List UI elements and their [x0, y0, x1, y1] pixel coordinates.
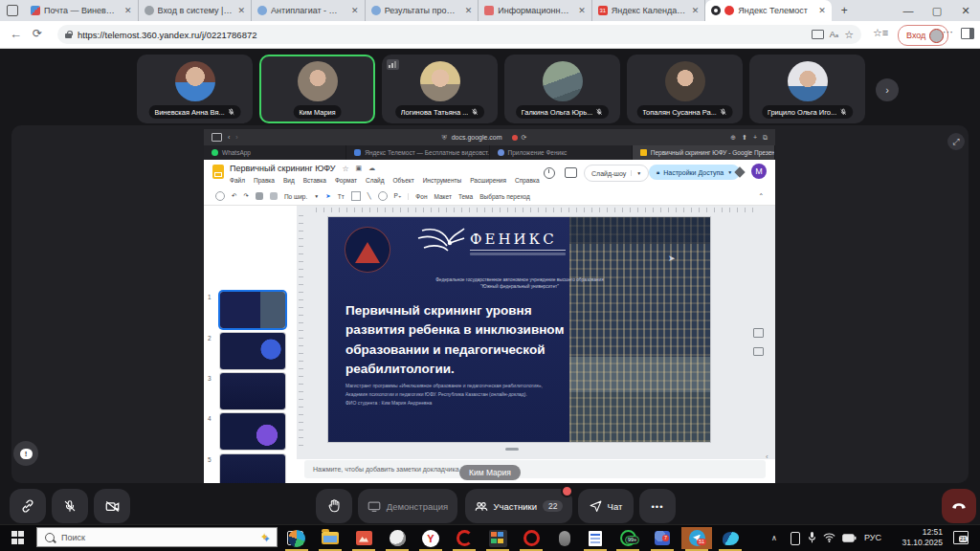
- menu-slide[interactable]: Слайд: [366, 177, 385, 184]
- back-icon[interactable]: ←: [10, 27, 22, 41]
- refresh-icon[interactable]: ⟳: [33, 27, 42, 40]
- share-access-button[interactable]: 🔒︎ Настройки Доступа ▼: [649, 165, 740, 180]
- fullscreen-expand-icon[interactable]: ⤢: [947, 133, 965, 150]
- signin-button[interactable]: Вход: [898, 25, 948, 46]
- redo-icon[interactable]: ↷: [243, 192, 248, 200]
- zoom-dropdown-icon[interactable]: ▼: [314, 193, 319, 199]
- star-doc-icon[interactable]: ☆: [342, 165, 348, 173]
- menu-help[interactable]: Справка: [515, 177, 540, 184]
- cloud-status-icon[interactable]: ☁: [368, 165, 375, 172]
- taskbar-app-explorer[interactable]: [315, 527, 345, 549]
- new-tab-button[interactable]: +: [832, 4, 858, 17]
- menu-object[interactable]: Объект: [393, 177, 414, 184]
- tab-close-icon[interactable]: ✕: [122, 6, 134, 15]
- taskbar-app-telegram-active[interactable]: 51: [681, 527, 712, 549]
- window-maximize-button[interactable]: ▢: [923, 5, 951, 17]
- account-avatar[interactable]: M: [751, 164, 767, 179]
- slide-scroll-handle[interactable]: [505, 448, 519, 451]
- taskbar-app-people[interactable]: 7: [647, 527, 678, 549]
- more-options-button[interactable]: •••: [639, 489, 676, 523]
- mac-share-icon[interactable]: ⬆: [742, 134, 747, 142]
- participant-tile[interactable]: Виневская Анна Вя...: [137, 55, 253, 123]
- start-button[interactable]: [11, 531, 25, 544]
- mac-tab-overview-icon[interactable]: ⧉: [763, 134, 768, 142]
- insert-image-icon[interactable]: [351, 191, 361, 201]
- tray-mic-icon[interactable]: [808, 531, 816, 543]
- search-icon[interactable]: [215, 191, 225, 201]
- mac-tab-slides-active[interactable]: Первичный скрининг ЮФУ - Google Презент.…: [633, 145, 775, 160]
- taskbar-app-gray[interactable]: [549, 527, 580, 549]
- collections-icon[interactable]: ☆≡: [873, 27, 888, 39]
- sidebar-toggle-icon[interactable]: [961, 28, 974, 39]
- side-panel-folder-icon[interactable]: [753, 347, 764, 356]
- collapse-toolbar-icon[interactable]: ⌃: [759, 192, 764, 200]
- share-screen-button[interactable]: Демонстрация: [358, 489, 457, 523]
- taskbar-search-box[interactable]: Поиск ✦: [36, 527, 278, 547]
- taskbar-app-store[interactable]: [482, 527, 513, 549]
- microphone-button[interactable]: [52, 489, 88, 523]
- current-slide[interactable]: ФЕНИКС Федеральное государственное автон…: [328, 217, 710, 442]
- mac-reload-icon[interactable]: ⟳: [522, 134, 527, 142]
- mac-forward-icon[interactable]: ›: [235, 134, 237, 141]
- insert-line-icon[interactable]: ╲: [368, 192, 371, 200]
- side-panel-image-icon[interactable]: [753, 328, 764, 338]
- mac-sidebar-icon[interactable]: [212, 133, 222, 142]
- raise-hand-button[interactable]: [316, 489, 352, 523]
- taskbar-app-word[interactable]: [580, 527, 611, 549]
- browser-tab-telemost-active[interactable]: Яндекс Телемост ✕: [705, 0, 832, 21]
- camera-button[interactable]: [94, 489, 130, 523]
- taskbar-app-photos-red[interactable]: [348, 527, 379, 549]
- menu-insert[interactable]: Вставка: [303, 177, 326, 184]
- print-icon[interactable]: [256, 192, 263, 200]
- split-screen-icon[interactable]: [812, 30, 824, 39]
- mac-tab-fenix[interactable]: Приложение Феникс: [490, 145, 633, 160]
- mac-tab-telemost[interactable]: Яндекс Телемост — Бесплатные видеовст...: [346, 145, 489, 160]
- insert-text-icon[interactable]: P₊: [394, 192, 402, 200]
- zoom-select[interactable]: По шир.: [284, 193, 307, 200]
- tray-clock[interactable]: 12:5131.10.2025: [895, 527, 943, 548]
- layout-button[interactable]: Макет: [434, 193, 451, 200]
- textbox-icon[interactable]: Tт: [338, 193, 345, 200]
- participant-tile[interactable]: Логинова Татьяна ...: [382, 55, 498, 123]
- theme-button[interactable]: Тема: [458, 193, 473, 200]
- version-history-icon[interactable]: [544, 167, 555, 179]
- taskbar-app-yandex-browser[interactable]: Y: [415, 527, 446, 549]
- participant-tile[interactable]: Галкина Ольга Юрь...: [504, 55, 620, 123]
- menu-file[interactable]: Файл: [230, 177, 245, 184]
- tray-phone-icon[interactable]: [791, 532, 800, 545]
- mac-downloads-icon[interactable]: ⊕: [730, 134, 736, 142]
- tab-close-icon[interactable]: ✕: [816, 6, 828, 15]
- speaker-notes[interactable]: Нажмите, чтобы добавить заметки докладчи…: [304, 460, 766, 478]
- menu-edit[interactable]: Правка: [254, 177, 275, 184]
- doc-title[interactable]: Первичный скрининг ЮФУ: [230, 164, 335, 173]
- taskbar-app-ccleaner[interactable]: [449, 527, 479, 549]
- mac-url-text[interactable]: docs.google.com: [452, 134, 502, 141]
- feedback-button[interactable]: !: [13, 441, 38, 466]
- window-close-button[interactable]: ✕: [951, 5, 980, 17]
- browser-tab-antiplagiat[interactable]: Антиплагиат - ЮФУ ✕: [252, 0, 366, 21]
- paint-format-icon[interactable]: [270, 192, 278, 200]
- mac-tab-whatsapp[interactable]: WhatsApp: [204, 145, 346, 160]
- browser-tab-calendar[interactable]: 31 Яндекс Календарь ✕: [592, 0, 706, 21]
- menu-extensions[interactable]: Расширения: [470, 177, 506, 184]
- browser-menu-icon[interactable]: ⋯: [943, 26, 953, 38]
- canvas-collapse-icon[interactable]: ‹: [766, 452, 768, 461]
- read-aloud-icon[interactable]: Aa: [830, 30, 838, 39]
- participant-tile[interactable]: Грицило Ольга Иго...: [749, 55, 865, 123]
- slide-thumbnail-2[interactable]: [220, 333, 285, 369]
- slideshow-dropdown-icon[interactable]: ▼: [631, 170, 641, 176]
- participant-tile-active-speaker[interactable]: Ким Мария: [259, 55, 375, 123]
- favorite-star-icon[interactable]: ☆: [844, 29, 854, 41]
- insert-shape-icon[interactable]: [378, 191, 388, 201]
- tab-close-icon[interactable]: ✕: [690, 6, 702, 15]
- chat-button[interactable]: Чат: [578, 489, 634, 523]
- participants-next-button[interactable]: ›: [876, 78, 899, 101]
- menu-view[interactable]: Вид: [283, 177, 295, 184]
- background-button[interactable]: Фон: [408, 193, 427, 200]
- participants-button[interactable]: Участники 22: [465, 489, 572, 523]
- tab-close-icon[interactable]: ✕: [576, 6, 588, 15]
- browser-tab-login[interactable]: Вход в систему | Серв ✕: [139, 0, 253, 21]
- browser-tab-results[interactable]: Результаты проверки ✕: [366, 0, 479, 21]
- end-call-button[interactable]: [942, 489, 976, 523]
- transition-button[interactable]: Выбрать переход: [479, 193, 530, 200]
